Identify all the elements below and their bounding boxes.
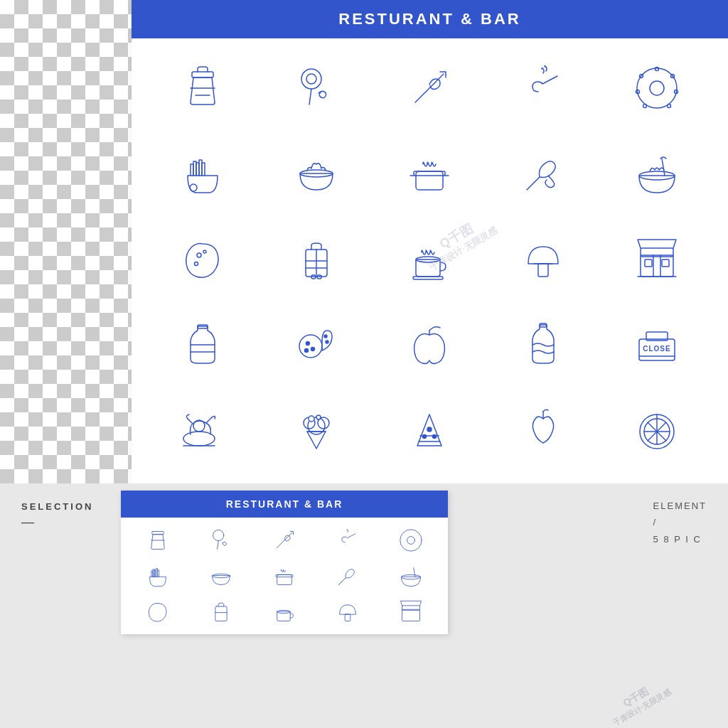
top-section: RESTURANT & BAR — [0, 0, 728, 483]
svg-rect-17 — [416, 171, 443, 190]
candy-spoon-icon — [518, 149, 568, 198]
icon-cell-lemon — [146, 216, 259, 301]
icon-cell-bottle — [146, 301, 259, 387]
svg-line-5 — [415, 74, 444, 102]
svg-rect-41 — [662, 259, 669, 267]
svg-point-25 — [194, 262, 198, 266]
svg-line-59 — [188, 419, 192, 423]
svg-rect-85 — [277, 574, 292, 584]
preview-stall — [380, 594, 442, 628]
icon-cell-soda — [486, 301, 600, 387]
svg-point-70 — [433, 435, 437, 439]
svg-text:CLOSE: CLOSE — [643, 345, 670, 353]
svg-point-12 — [643, 105, 647, 108]
svg-line-60 — [206, 417, 212, 423]
pot-icon — [405, 149, 454, 198]
suitcase-icon — [291, 234, 341, 284]
svg-point-3 — [301, 69, 321, 89]
icon-cell-lollipop — [259, 46, 373, 131]
preview-candy-spoon — [317, 559, 379, 593]
orange-icon — [632, 405, 682, 454]
svg-line-22 — [662, 159, 665, 176]
svg-line-81 — [277, 532, 292, 548]
svg-rect-33 — [413, 277, 443, 279]
icon-cell-icecream — [259, 387, 373, 472]
preview-icons-grid — [121, 518, 448, 634]
apple-icon — [405, 319, 454, 369]
icon-cell-takeout-cup — [146, 46, 259, 131]
cookies-icon — [291, 319, 341, 369]
fries-icon — [178, 149, 228, 198]
svg-point-51 — [326, 341, 328, 343]
svg-point-82 — [400, 530, 422, 551]
corkscrew-icon — [405, 63, 454, 113]
icon-cell-mushroom — [486, 216, 600, 301]
svg-point-50 — [324, 335, 327, 338]
preview-fries — [127, 559, 188, 593]
icon-cell-corkscrew — [373, 46, 487, 131]
element-label: ELEMENT — [653, 498, 707, 514]
icon-cell-salad — [259, 131, 373, 216]
icon-cell-pot — [373, 131, 487, 216]
main-container: RESTURANT & BAR — [0, 0, 728, 728]
watermark-bottom: Q千图 千库设计·无限灵感 — [605, 675, 673, 728]
icon-cell-apple — [373, 301, 487, 387]
preview-lemon — [127, 594, 188, 628]
preview-suitcase — [190, 594, 252, 628]
preview-cup — [127, 523, 188, 557]
takeout-cup-icon — [178, 63, 228, 113]
icon-cell-close-sign: CLOSE — [600, 301, 714, 387]
icon-card: RESTURANT & BAR — [132, 0, 728, 483]
noodle-icon — [632, 149, 682, 198]
selection-label: SELECTION — [21, 498, 107, 512]
icon-cell-ladle — [486, 46, 600, 131]
preview-bowl — [380, 559, 442, 593]
salad-icon — [291, 149, 341, 198]
svg-point-48 — [311, 348, 314, 351]
svg-point-49 — [304, 349, 308, 353]
icon-cell-suitcase — [259, 216, 373, 301]
svg-point-67 — [316, 415, 321, 419]
icon-cell-stall — [600, 216, 714, 301]
preview-card: RESTURANT & BAR — [121, 491, 448, 634]
ladle-icon — [518, 63, 568, 113]
pic-count: 5 8 P I C — [653, 531, 707, 547]
svg-rect-0 — [192, 72, 213, 77]
svg-point-7 — [650, 81, 664, 95]
svg-point-66 — [309, 416, 314, 422]
icon-cell-fries — [146, 131, 259, 216]
svg-rect-86 — [276, 574, 293, 577]
svg-rect-36 — [641, 255, 673, 277]
preview-header: RESTURANT & BAR — [121, 491, 448, 518]
preview-mushroom — [317, 594, 379, 628]
icon-cell-donut — [600, 46, 714, 131]
selection-block: SELECTION — — [21, 498, 107, 530]
svg-point-58 — [193, 420, 205, 432]
element-slash: / — [653, 514, 707, 530]
svg-point-15 — [190, 184, 197, 191]
preview-ladle — [317, 523, 379, 557]
svg-rect-92 — [345, 614, 350, 621]
donut-icon — [632, 63, 682, 113]
lollipop-icon — [291, 63, 341, 113]
mushroom-icon — [518, 234, 568, 284]
bottom-section: SELECTION — RESTURANT & BAR — [0, 483, 728, 728]
svg-point-11 — [668, 105, 671, 108]
stall-icon — [632, 234, 682, 284]
pear-icon — [518, 405, 568, 454]
svg-point-46 — [299, 335, 322, 358]
svg-point-4 — [306, 74, 316, 84]
svg-point-24 — [203, 250, 206, 253]
bottle-icon — [178, 319, 228, 369]
svg-point-69 — [423, 435, 427, 439]
icon-cell-noodle-bowl — [600, 131, 714, 216]
close-sign-icon: CLOSE — [632, 319, 682, 369]
svg-rect-40 — [645, 259, 652, 267]
svg-point-23 — [197, 253, 201, 257]
preview-coffee — [253, 594, 315, 628]
svg-point-80 — [213, 530, 223, 540]
preview-title: RESTURANT & BAR — [226, 498, 343, 510]
icon-cell-coffee — [373, 216, 487, 301]
preview-candy — [190, 523, 252, 557]
svg-line-88 — [414, 568, 415, 577]
